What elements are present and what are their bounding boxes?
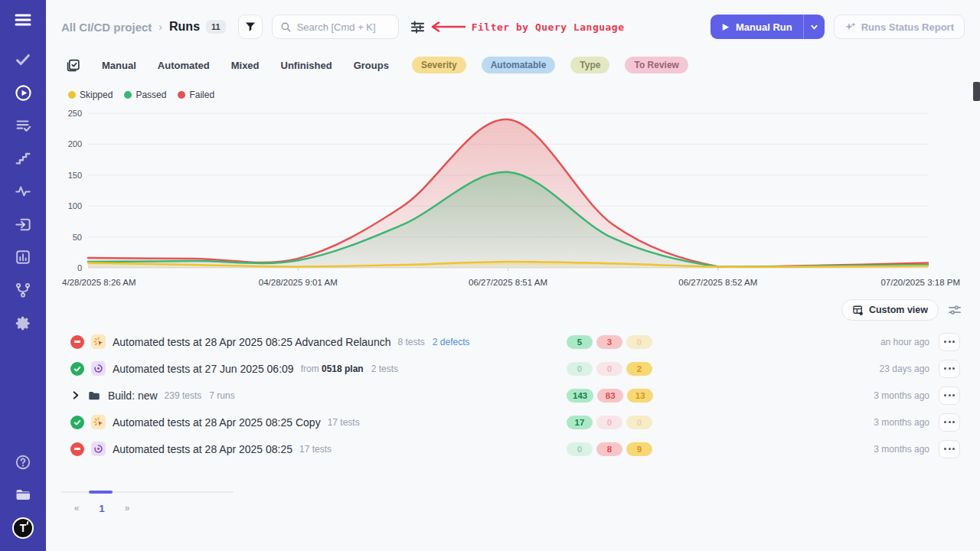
run-row[interactable]: Automated tests at 28 Apr 2025 08:25 17 … <box>61 435 965 462</box>
runs-chart: 0501001502002504/28/2025 8:26 AM04/28/20… <box>61 108 961 292</box>
milestones-icon[interactable] <box>14 149 32 168</box>
tab-groups[interactable]: Groups <box>354 60 389 71</box>
scrollbar-thumb[interactable] <box>973 82 980 101</box>
legend-item-failed[interactable]: Failed <box>178 90 214 100</box>
pill-to-review[interactable]: To Review <box>625 57 688 73</box>
status-passed-icon <box>70 416 84 429</box>
skipped-badge: 0 <box>626 335 652 349</box>
x-tick-label: 4/28/2025 8:26 AM <box>62 278 136 287</box>
runs-list: Automated tests at 28 Apr 2025 08:25 Adv… <box>61 328 965 462</box>
search-input[interactable] <box>297 21 389 33</box>
runs-chart-section: Skipped Passed Failed 0501001502002504/2… <box>61 87 965 292</box>
settings-icon[interactable] <box>14 314 32 332</box>
search-box[interactable] <box>272 15 399 39</box>
result-badges: 17 0 0 <box>567 416 652 429</box>
result-badges: 5 3 0 <box>567 335 652 349</box>
test-cases-icon[interactable] <box>14 51 32 69</box>
test-plans-icon[interactable] <box>14 116 32 135</box>
tab-automated[interactable]: Automated <box>158 60 210 71</box>
pill-automatable[interactable]: Automatable <box>482 57 556 73</box>
skipped-badge: 0 <box>626 416 652 429</box>
annotation-arrow <box>430 21 466 32</box>
run-tests: 17 tests <box>328 417 360 428</box>
status-passed-icon <box>70 362 84 376</box>
failed-dot <box>178 91 185 99</box>
tab-mixed[interactable]: Mixed <box>231 60 260 71</box>
plan-name: 0518 plan <box>322 364 364 374</box>
runs-icon[interactable] <box>14 83 32 102</box>
run-tests: 17 tests <box>299 444 332 455</box>
manual-run-caret[interactable] <box>804 15 825 39</box>
automation-run-icon <box>91 442 106 456</box>
y-tick-label: 250 <box>68 109 82 118</box>
tab-unfinished[interactable]: Unfinished <box>281 60 332 71</box>
result-badges: 143 83 13 <box>567 389 653 403</box>
failed-badge: 83 <box>597 389 623 403</box>
run-tests: 8 tests <box>397 337 424 347</box>
run-time: 3 months ago <box>874 390 929 401</box>
legend-item-skipped[interactable]: Skipped <box>68 90 113 100</box>
more-button[interactable] <box>939 386 960 405</box>
import-runs-icon[interactable] <box>14 215 32 233</box>
query-language-filter-icon[interactable] <box>410 20 425 34</box>
chart-legend: Skipped Passed Failed <box>68 87 965 103</box>
help-icon[interactable] <box>14 453 32 471</box>
select-all-icon[interactable] <box>66 58 80 73</box>
user-avatar[interactable]: T <box>12 517 34 539</box>
branch-icon[interactable] <box>14 281 32 299</box>
run-title: Automated tests at 28 Apr 2025 08:25 <box>113 443 292 455</box>
skipped-badge: 13 <box>627 389 653 403</box>
failed-badge: 0 <box>596 362 622 376</box>
run-group-row[interactable]: Build: new 239 tests7 runs 143 83 13 3 m… <box>61 382 965 409</box>
more-button[interactable] <box>939 333 960 351</box>
spark-run-icon <box>91 415 106 429</box>
menu-icon[interactable] <box>14 11 32 29</box>
x-tick-label: 04/28/2025 9:01 AM <box>259 278 338 287</box>
status-failed-icon <box>70 442 84 456</box>
pagination: « 1 » <box>61 491 237 514</box>
expand-chevron-icon[interactable] <box>70 390 80 400</box>
pill-severity[interactable]: Severity <box>412 57 466 73</box>
breadcrumb-separator: › <box>158 21 162 33</box>
automation-run-icon <box>91 361 106 376</box>
annotation: Filter by Query Language <box>430 21 625 33</box>
runs-status-report-label: Runs Status Report <box>861 21 954 33</box>
filter-button[interactable] <box>238 15 263 39</box>
custom-view-button[interactable]: Custom view <box>841 299 939 321</box>
pill-type[interactable]: Type <box>570 57 609 73</box>
active-page-indicator <box>89 491 113 494</box>
run-row[interactable]: Automated tests at 28 Apr 2025 08:25 Cop… <box>61 409 965 435</box>
defects-link[interactable]: 2 defects <box>433 337 470 347</box>
page-title: Runs <box>169 20 200 34</box>
activity-icon[interactable] <box>14 182 32 201</box>
result-badges: 0 8 9 <box>567 442 652 456</box>
passed-badge: 0 <box>567 442 593 456</box>
skipped-badge: 9 <box>626 442 652 456</box>
skipped-badge: 2 <box>626 362 652 376</box>
legend-item-passed[interactable]: Passed <box>124 90 166 100</box>
breadcrumb-project[interactable]: All CI/CD project <box>61 21 152 34</box>
run-row[interactable]: Automated tests at 27 Jun 2025 06:09 fro… <box>61 355 965 382</box>
view-settings-icon[interactable] <box>948 303 962 317</box>
more-button[interactable] <box>939 413 960 432</box>
projects-icon[interactable] <box>14 485 32 504</box>
tab-manual[interactable]: Manual <box>102 60 136 71</box>
tabs-row: Manual Automated Mixed Unfinished Groups… <box>61 55 965 75</box>
manual-run-button[interactable]: Manual Run <box>710 15 825 39</box>
chart-x-labels: 4/28/2025 8:26 AM04/28/2025 9:01 AM06/27… <box>62 278 960 287</box>
sparkles-icon <box>844 21 856 33</box>
analytics-icon[interactable] <box>14 248 32 266</box>
play-icon <box>721 23 730 31</box>
run-time: 23 days ago <box>880 364 929 374</box>
x-tick-label: 06/27/2025 8:52 AM <box>678 278 757 287</box>
next-page-button[interactable]: » <box>119 503 135 514</box>
more-button[interactable] <box>939 360 960 378</box>
funnel-icon <box>244 21 256 33</box>
page-number[interactable]: 1 <box>94 503 109 514</box>
prev-page-button[interactable]: « <box>69 503 84 514</box>
run-title: Automated tests at 28 Apr 2025 08:25 Cop… <box>113 416 321 429</box>
more-button[interactable] <box>939 440 960 458</box>
runs-status-report-button[interactable]: Runs Status Report <box>834 15 965 39</box>
run-row[interactable]: Automated tests at 28 Apr 2025 08:25 Adv… <box>61 328 965 355</box>
run-time: an hour ago <box>880 337 929 347</box>
